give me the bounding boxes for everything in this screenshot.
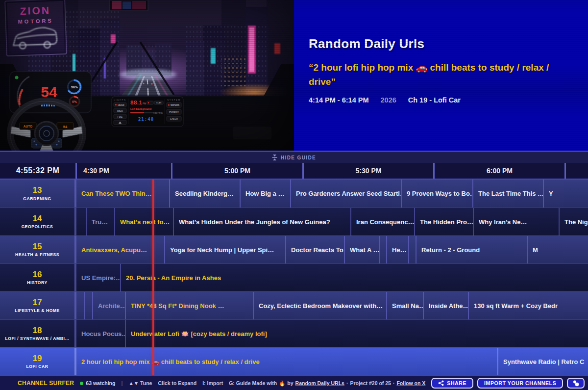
channel-surfer-app: ZION MOTORS xyxy=(0,0,588,390)
channel-name: HISTORY xyxy=(27,280,48,285)
app-title: CHANNEL SURFER xyxy=(18,380,74,387)
program-title: 130 sq ft Warm + Cozy Bedr xyxy=(469,302,563,310)
program-lane: US Empire:…20. Persia - An Empire in Ash… xyxy=(0,264,588,291)
billboard-text: ZION xyxy=(20,4,50,17)
channel-number: 18 xyxy=(33,326,42,336)
program-cell[interactable]: 2 hour lofi hip hop mix 🚗 chill beats to… xyxy=(75,348,497,375)
program-year: 2026 xyxy=(381,96,396,104)
program-cell[interactable]: Small Na… xyxy=(386,292,423,319)
channel-cell[interactable]: 19LOFI CAR xyxy=(0,348,75,375)
channel-name: LOFI / SYNTHWAVE / AMBI… xyxy=(5,336,69,341)
program-lane: Antivaxxers, Acupu…Yoga for Neck Hump | … xyxy=(0,236,588,263)
time-slot: 5:30 PM xyxy=(302,163,433,179)
program-info-panel: Random Daily Urls “2 hour lofi hip hop m… xyxy=(294,0,588,151)
time-slot: 4:30 PM xyxy=(75,163,171,179)
program-title: Can These TWO Thin… xyxy=(76,190,157,197)
time-slot: 5:00 PM xyxy=(171,163,302,179)
channel-cell[interactable]: 16HISTORY xyxy=(0,264,75,291)
svg-text:SYSTEM: SYSTEM xyxy=(167,99,181,102)
program-cell[interactable] xyxy=(84,292,92,319)
program-cell[interactable]: The Last Time This … xyxy=(472,180,543,208)
lofi-drive-scene: ZION MOTORS xyxy=(0,0,294,151)
follow-on-x-link[interactable]: Follow on X xyxy=(396,380,425,386)
program-cell[interactable]: Yoga for Neck Hump | Upper Spi… xyxy=(164,236,285,263)
channel-cell[interactable]: 18LOFI / SYNTHWAVE / AMBI… xyxy=(0,320,75,347)
program-title: Archite… xyxy=(93,302,125,310)
tune-hint: ▲▼ Tune xyxy=(128,380,152,386)
program-cell[interactable]: Can These TWO Thin… xyxy=(75,180,169,208)
time-slot xyxy=(564,163,588,179)
program-cell[interactable]: 20. Persia - An Empire in Ashes xyxy=(120,264,588,291)
program-cell[interactable] xyxy=(408,236,416,263)
hide-guide-bar[interactable]: HIDE GUIDE xyxy=(0,151,588,163)
program-cell[interactable]: Return - 2 - Ground xyxy=(416,236,527,263)
program-cell[interactable]: 9 Proven Ways to Bo… xyxy=(401,180,472,208)
up-down-arrows-icon: ▲▼ xyxy=(128,380,139,386)
program-cell[interactable]: Cozy, Eclectic Bedroom Makeover with… xyxy=(253,292,386,319)
random-daily-urls-link[interactable]: Random Daily URLs xyxy=(295,380,344,386)
channel-name: LIFESTYLE & HOME xyxy=(15,308,60,313)
program-title: 9 Proven Ways to Bo… xyxy=(402,190,472,197)
guide-row: Hocus Pocus…Underwater Lofi 🪷 [cozy beat… xyxy=(0,319,588,347)
program-cell[interactable]: Doctor Reacts To… xyxy=(285,236,344,263)
program-title: Doctor Reacts To… xyxy=(286,246,344,254)
program-cell[interactable]: M xyxy=(527,236,588,263)
center-console: LIGHTS HEAD HIGH FOG 88.1 FM SCAN xyxy=(112,97,183,127)
expand-hint[interactable]: Click to Expand xyxy=(158,380,196,386)
guide-row: Archite…TINY *48 Sq Ft* Dining Nook …Coz… xyxy=(0,291,588,319)
svg-text:0%: 0% xyxy=(72,100,77,104)
program-cell[interactable]: Y xyxy=(543,180,588,208)
program-cell[interactable]: What’s next fo… xyxy=(114,208,173,235)
program-cell[interactable]: Why Iran’s Ne… xyxy=(473,208,559,235)
program-cell[interactable] xyxy=(75,292,84,319)
program-cell[interactable]: What’s Hidden Under the Jungles of New G… xyxy=(173,208,350,235)
svg-text:1:10 / 7:36: 1:10 / 7:36 xyxy=(153,112,163,114)
program-cell[interactable]: 130 sq ft Warm + Cozy Bedr xyxy=(468,292,588,319)
channel-cell[interactable]: 14GEOPOLITICS xyxy=(0,208,75,235)
program-cell[interactable]: He… xyxy=(386,236,408,263)
share-button[interactable]: SHARE xyxy=(431,378,473,389)
program-cell[interactable]: How Big a … xyxy=(240,180,290,208)
channel-number: 16 xyxy=(33,270,42,280)
program-cell[interactable]: TINY *48 Sq Ft* Dining Nook … xyxy=(125,292,253,319)
program-title: Hocus Pocus… xyxy=(76,330,125,338)
program-cell[interactable]: What A … xyxy=(344,236,379,263)
program-cell[interactable]: Inside Athe… xyxy=(423,292,468,319)
program-cell[interactable]: Archite… xyxy=(92,292,125,319)
channel-number: 14 xyxy=(33,214,42,224)
guide-row: US Empire:…20. Persia - An Empire in Ash… xyxy=(0,263,588,291)
dots-button[interactable] xyxy=(567,378,585,389)
status-bar: CHANNEL SURFER 63 watching | ▲▼ Tune Cli… xyxy=(0,375,588,390)
svg-text:HIGH: HIGH xyxy=(117,110,123,112)
program-cell[interactable] xyxy=(75,208,86,235)
channel-cell[interactable]: 15HEALTH & FITNESS xyxy=(0,236,75,263)
program-lane: 2 hour lofi hip hop mix 🚗 chill beats to… xyxy=(0,348,588,375)
guide-rows: Can These TWO Thin…Seedling Kinderg…How … xyxy=(0,180,588,375)
program-title: He… xyxy=(387,246,408,254)
channel-cell[interactable]: 17LIFESTYLE & HOME xyxy=(0,292,75,319)
program-cell[interactable]: Pro Gardeners Answer Seed Starti… xyxy=(290,180,401,208)
program-title: Yoga for Neck Hump | Upper Spi… xyxy=(165,246,279,254)
program-cell[interactable]: Synthwave Radio | Retro C xyxy=(497,348,588,375)
channel-cell[interactable]: 13GARDENING xyxy=(0,180,75,208)
radio-frequency: 88.1 xyxy=(130,100,142,105)
fire-icon: 🔥 xyxy=(279,380,285,387)
program-cell[interactable]: US Empire:… xyxy=(75,264,120,291)
program-cell[interactable]: Seedling Kinderg… xyxy=(169,180,240,208)
program-cell[interactable]: Tru… xyxy=(86,208,114,235)
program-cell[interactable]: The Hidden Pro… xyxy=(414,208,473,235)
video-player[interactable]: ZION MOTORS xyxy=(0,0,294,151)
import-channels-button[interactable]: IMPORT YOUR CHANNELS xyxy=(477,378,563,389)
program-cell[interactable]: The Nig xyxy=(559,208,588,235)
program-cell[interactable]: Underwater Lofi 🪷 [cozy beats / dreamy l… xyxy=(125,320,588,347)
program-cell[interactable] xyxy=(379,236,386,263)
program-title: Inside Athe… xyxy=(424,302,468,310)
program-cell[interactable]: Antivaxxers, Acupu… xyxy=(75,236,164,263)
time-header: 4:55:32 PM 4:30 PM5:00 PM5:30 PM6:00 PM xyxy=(0,163,588,180)
channel-number: 19 xyxy=(33,354,42,364)
program-cell[interactable]: Iran Consequenc… xyxy=(350,208,414,235)
program-title: Pro Gardeners Answer Seed Starti… xyxy=(291,190,401,197)
program-lane: Archite…TINY *48 Sq Ft* Dining Nook …Coz… xyxy=(0,292,588,319)
guide-credit: G: Guide Made with 🔥 by Random Daily URL… xyxy=(229,380,425,387)
program-cell[interactable]: Hocus Pocus… xyxy=(75,320,125,347)
